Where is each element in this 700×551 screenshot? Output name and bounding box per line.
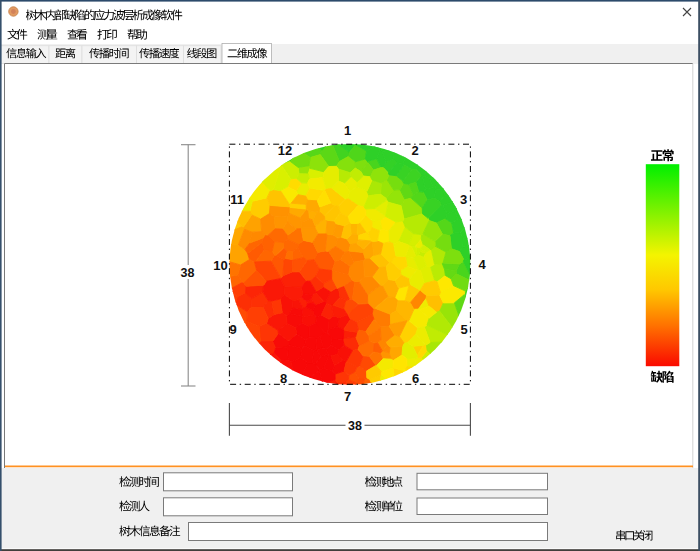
- svg-text:4: 4: [478, 257, 486, 272]
- svg-text:3: 3: [460, 192, 467, 207]
- svg-text:5: 5: [460, 322, 467, 337]
- svg-text:10: 10: [213, 258, 227, 273]
- svg-text:1: 1: [344, 123, 351, 138]
- svg-text:12: 12: [278, 143, 292, 158]
- svg-text:8: 8: [280, 371, 287, 386]
- svg-text:11: 11: [230, 192, 244, 207]
- svg-text:6: 6: [412, 371, 419, 386]
- svg-text:38: 38: [181, 266, 195, 280]
- svg-text:38: 38: [348, 419, 362, 433]
- svg-text:9: 9: [229, 322, 236, 337]
- svg-text:7: 7: [344, 389, 351, 404]
- svg-text:2: 2: [411, 143, 418, 158]
